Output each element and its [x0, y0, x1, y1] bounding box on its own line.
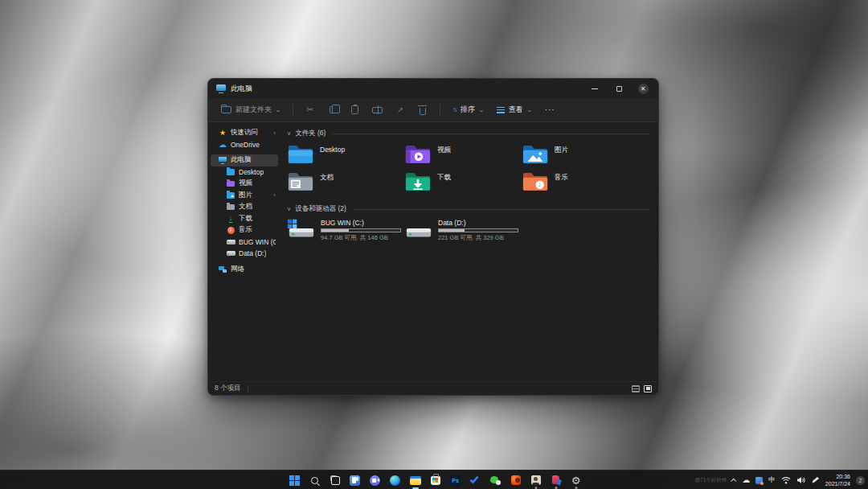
file-explorer-button[interactable]: [405, 471, 425, 489]
office-button[interactable]: [506, 471, 526, 489]
downloads-folder-icon: ↓: [229, 215, 233, 223]
task-view-icon: [330, 475, 340, 485]
pen-icon[interactable]: [811, 476, 820, 484]
drives-grid: BUG WIN (C:) 94.7 GB 可用, 共 146 GB: [287, 219, 642, 242]
downloads-folder-icon: [404, 171, 432, 192]
details-view-icon[interactable]: [632, 385, 640, 392]
chevron-down-icon: ∨: [287, 206, 291, 212]
wifi-icon[interactable]: [781, 476, 791, 484]
new-folder-button[interactable]: 新建文件夹 ⌄: [216, 102, 285, 117]
drive-tile-d[interactable]: Data (D:) 221 GB 可用, 共 329 GB: [404, 219, 522, 242]
videos-folder-icon: [404, 143, 432, 165]
wechat-button[interactable]: [485, 471, 506, 489]
copy-button[interactable]: [323, 102, 342, 118]
close-button[interactable]: ✕: [631, 80, 655, 97]
widgets-button[interactable]: [345, 471, 365, 489]
sidebar-item-pictures[interactable]: 图片 ›: [211, 190, 278, 202]
folder-tile-music[interactable]: ♪ 音乐: [522, 171, 639, 196]
sidebar-item-drive-d[interactable]: Data (D:): [211, 248, 278, 260]
search-button[interactable]: [305, 471, 325, 489]
chevron-icon[interactable]: ›: [273, 191, 276, 199]
delete-button[interactable]: [413, 102, 432, 118]
chevron-up-icon[interactable]: [731, 478, 737, 483]
check-app-button[interactable]: [465, 471, 485, 489]
sort-icon: ↑↓: [452, 106, 457, 113]
sidebar-item-videos[interactable]: 视频: [211, 178, 278, 190]
start-button[interactable]: [285, 471, 305, 489]
drive-d-icon: [404, 219, 433, 240]
clock[interactable]: 20:36 2021/7/24: [825, 473, 850, 488]
clip-app-button[interactable]: [546, 471, 566, 489]
sort-button[interactable]: ↑↓ 排序 ⌄: [448, 102, 489, 117]
music-folder-icon: [227, 227, 235, 234]
chat-button[interactable]: [365, 471, 385, 489]
drives-section-header[interactable]: ∨ 设备和驱动器 (2): [287, 204, 650, 214]
sidebar-item-onedrive[interactable]: ☁ OneDrive: [211, 139, 278, 151]
desktop-folder-icon: [287, 143, 314, 165]
edge-button[interactable]: [385, 471, 405, 489]
folders-grid: Desktop 视频: [287, 143, 642, 198]
copy-icon: [330, 106, 336, 113]
rename-icon: [372, 107, 383, 113]
colors-app-icon[interactable]: [755, 477, 763, 484]
volume-icon[interactable]: [796, 476, 805, 484]
delete-icon: [420, 108, 426, 115]
folders-section-header[interactable]: ∨ 文件夹 (6): [287, 129, 650, 138]
sidebar-item-this-pc[interactable]: 此电脑: [211, 154, 278, 166]
photoshop-icon: Ps: [450, 475, 461, 486]
folder-tile-pictures[interactable]: 图片: [522, 143, 639, 169]
tray-date: 2021/7/24: [825, 480, 850, 487]
view-icon: [497, 107, 505, 113]
drive-tile-c[interactable]: BUG WIN (C:) 94.7 GB 可用, 共 146 GB: [287, 219, 404, 242]
file-explorer-icon: [410, 476, 421, 485]
photoshop-button[interactable]: Ps: [445, 471, 465, 489]
cloud-icon[interactable]: ☁: [742, 476, 750, 484]
star-icon: ★: [219, 129, 226, 137]
chevron-down-icon: ⌄: [275, 107, 281, 113]
more-options-button[interactable]: ···: [540, 105, 560, 114]
store-button[interactable]: [425, 471, 445, 489]
settings-button[interactable]: ⚙: [566, 471, 586, 489]
window-titlebar[interactable]: 此电脑 ✕: [208, 79, 658, 98]
restore-button[interactable]: [607, 80, 631, 97]
sidebar-item-drive-c[interactable]: BUG WIN (C:): [211, 236, 278, 249]
cut-button[interactable]: ✂: [301, 102, 320, 118]
rename-button[interactable]: [368, 102, 387, 118]
folder-tile-downloads[interactable]: 下载: [404, 171, 522, 196]
sidebar-item-music[interactable]: 音乐: [211, 224, 278, 236]
section-divider-line: [353, 209, 650, 210]
chevron-down-icon: ⌄: [478, 107, 485, 113]
tiles-view-icon[interactable]: [644, 385, 652, 392]
this-pc-icon: [219, 157, 227, 164]
chevron-icon[interactable]: ›: [273, 129, 276, 137]
share-icon: ↗: [397, 105, 403, 114]
minimize-button[interactable]: [583, 80, 607, 97]
taskbar-app-icons: Ps ⚙: [285, 471, 586, 489]
svg-text:♪: ♪: [538, 181, 542, 188]
teams-chat-icon: [370, 475, 380, 486]
pictures-folder-icon: [522, 143, 549, 165]
paste-button[interactable]: [346, 102, 365, 118]
notification-badge[interactable]: 2: [856, 476, 865, 485]
avatar-app-button[interactable]: [526, 471, 546, 489]
watermark-text: @71个好软件: [695, 477, 727, 484]
sidebar-item-desktop[interactable]: Desktop: [211, 166, 278, 179]
documents-folder-icon: [287, 171, 314, 192]
folder-tile-videos[interactable]: 视频: [404, 143, 522, 169]
desktop-screen: 此电脑 ✕ 新建文件夹 ⌄ ✂ ↗ ↑↓ 排序 ⌄: [0, 0, 868, 489]
ime-indicator[interactable]: 中: [768, 475, 776, 485]
folder-tile-desktop[interactable]: Desktop: [287, 143, 404, 169]
sidebar-item-quick-access[interactable]: ★ 快速访问 ›: [211, 127, 278, 139]
sidebar-item-documents[interactable]: 文档: [211, 201, 278, 213]
share-button[interactable]: ↗: [391, 102, 410, 118]
sidebar-item-network[interactable]: 网络: [211, 264, 278, 276]
search-icon: [311, 477, 318, 484]
task-view-button[interactable]: [325, 471, 345, 489]
folder-tile-documents[interactable]: 文档: [287, 171, 404, 196]
taskbar: Ps ⚙ @71个好软件 ☁ 中: [0, 470, 868, 489]
status-bar: 8 个项目: [208, 381, 658, 395]
onedrive-cloud-icon: ☁: [219, 141, 227, 149]
view-button[interactable]: 查看 ⌄: [492, 102, 537, 117]
sidebar-item-downloads[interactable]: ↓ 下载: [211, 213, 278, 225]
documents-folder-icon: [227, 204, 235, 211]
